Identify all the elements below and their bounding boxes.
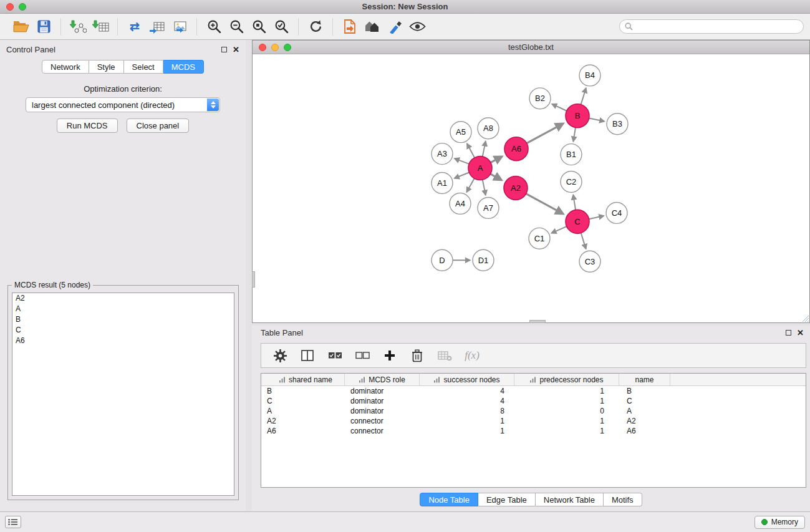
- close-window-button[interactable]: [6, 3, 14, 11]
- graph-node-C4[interactable]: C4: [606, 202, 627, 223]
- tab-network[interactable]: Network: [42, 60, 89, 74]
- graph-node-B[interactable]: B: [566, 104, 589, 128]
- style-brush-button[interactable]: [383, 16, 406, 37]
- graph-edge-A-A7[interactable]: [483, 180, 486, 195]
- graph-edge-B-B1[interactable]: [573, 127, 576, 141]
- table-row[interactable]: Cdominator41C: [261, 396, 806, 406]
- network-canvas[interactable]: B4B2BB3A8A5A6A3B1AC2A1A2A4A7C4CC1DD1C3: [253, 55, 809, 322]
- delete-column-button[interactable]: [408, 347, 426, 364]
- show-columns-button[interactable]: [299, 347, 316, 364]
- column-header-successor-nodes[interactable]: successor nodes: [420, 374, 514, 385]
- network-window-titlebar[interactable]: testGlobe.txt: [253, 41, 809, 54]
- graph-edge-A-A4[interactable]: [466, 178, 474, 192]
- mcds-result-item[interactable]: C: [12, 325, 234, 336]
- zoom-fit-button[interactable]: [248, 16, 270, 37]
- deselect-all-button[interactable]: [354, 347, 371, 364]
- graph-node-A3[interactable]: A3: [432, 143, 453, 165]
- graph-edge-A2-C[interactable]: [526, 194, 563, 214]
- tab-style[interactable]: Style: [89, 60, 124, 74]
- close-panel-icon[interactable]: ✕: [797, 329, 804, 337]
- graph-node-B1[interactable]: B1: [561, 144, 582, 165]
- column-header-shared-name[interactable]: shared name: [261, 374, 345, 385]
- resize-grip-icon[interactable]: [801, 314, 809, 322]
- graph-edge-A-A5[interactable]: [467, 144, 475, 158]
- home-view-button[interactable]: [361, 16, 383, 37]
- add-column-button[interactable]: [381, 347, 398, 364]
- graph-node-A5[interactable]: A5: [450, 122, 471, 143]
- graph-node-D[interactable]: D: [432, 249, 453, 271]
- close-panel-icon[interactable]: ✕: [233, 46, 239, 54]
- search-field[interactable]: [619, 19, 804, 34]
- graph-edge-A-A1[interactable]: [455, 173, 469, 178]
- show-panels-button[interactable]: [5, 516, 21, 528]
- refresh-button[interactable]: [304, 16, 327, 37]
- splitter-handle[interactable]: [529, 320, 546, 323]
- graph-edge-C-C2[interactable]: [573, 195, 576, 210]
- search-input[interactable]: [636, 22, 798, 31]
- select-all-button[interactable]: [326, 347, 344, 364]
- graph-edge-B-B3[interactable]: [589, 118, 604, 122]
- graph-node-B2[interactable]: B2: [529, 88, 551, 109]
- graph-edge-C-C1[interactable]: [552, 226, 567, 233]
- graph-node-C[interactable]: C: [566, 210, 589, 233]
- tab-node-table[interactable]: Node Table: [420, 493, 478, 506]
- open-session-button[interactable]: [10, 16, 32, 37]
- tab-motifs[interactable]: Motifs: [604, 493, 642, 506]
- new-network-button[interactable]: ⇄: [123, 16, 146, 37]
- float-panel-icon[interactable]: [221, 47, 227, 52]
- graph-node-D1[interactable]: D1: [473, 249, 494, 271]
- graph-node-C2[interactable]: C2: [561, 172, 582, 193]
- graph-edge-C-C3[interactable]: [581, 233, 586, 248]
- show-hide-button[interactable]: [406, 16, 428, 37]
- delete-table-button[interactable]: [436, 347, 453, 364]
- zoom-window-button[interactable]: [19, 3, 26, 11]
- graph-node-A1[interactable]: A1: [432, 173, 453, 194]
- graph-node-C1[interactable]: C1: [529, 228, 550, 249]
- graph-node-A4[interactable]: A4: [450, 193, 471, 214]
- mcds-result-list[interactable]: A2ABCA6: [12, 293, 234, 496]
- graph-edge-B-B4[interactable]: [581, 88, 586, 104]
- graph-node-A8[interactable]: A8: [478, 118, 499, 139]
- graph-edge-B-B2[interactable]: [552, 104, 566, 111]
- mcds-result-item[interactable]: B: [12, 314, 234, 325]
- import-table-button[interactable]: [89, 16, 112, 37]
- mcds-result-item[interactable]: A: [12, 304, 234, 314]
- new-table-button[interactable]: [146, 16, 168, 37]
- graph-edge-A6-B[interactable]: [527, 123, 563, 143]
- graph-node-B3[interactable]: B3: [607, 114, 628, 135]
- function-builder-button[interactable]: f(x): [463, 347, 481, 364]
- save-session-button[interactable]: [32, 16, 55, 37]
- zoom-out-button[interactable]: [225, 16, 248, 37]
- graph-node-C3[interactable]: C3: [579, 251, 600, 272]
- tab-mcds[interactable]: MCDS: [163, 60, 204, 74]
- table-row[interactable]: Adominator80A: [261, 406, 806, 416]
- tab-edge-table[interactable]: Edge Table: [478, 493, 536, 506]
- column-header-predecessor-nodes[interactable]: predecessor nodes: [514, 374, 619, 385]
- network-zoom-button[interactable]: [284, 44, 291, 51]
- run-mcds-button[interactable]: Run MCDS: [57, 118, 118, 133]
- table-row[interactable]: A2connector11A2: [261, 416, 806, 426]
- network-minimize-button[interactable]: [271, 44, 279, 51]
- export-image-button[interactable]: [168, 16, 191, 37]
- table-row[interactable]: Bdominator41B: [261, 386, 806, 396]
- graph-node-A6[interactable]: A6: [504, 137, 528, 161]
- graph-node-A2[interactable]: A2: [504, 177, 528, 200]
- apply-layout-button[interactable]: [339, 16, 361, 37]
- network-close-button[interactable]: [259, 44, 266, 51]
- import-network-button[interactable]: [67, 16, 89, 37]
- float-panel-icon[interactable]: [786, 330, 791, 336]
- memory-button[interactable]: Memory: [755, 516, 805, 529]
- column-header-name[interactable]: name: [619, 374, 670, 385]
- tab-network-table[interactable]: Network Table: [536, 493, 604, 506]
- zoom-in-button[interactable]: [203, 16, 225, 37]
- graph-node-B4[interactable]: B4: [579, 65, 600, 86]
- graph-edge-A-A8[interactable]: [483, 142, 486, 157]
- graph-edge-A-A3[interactable]: [455, 158, 469, 164]
- graph-edge-A-A6[interactable]: [491, 157, 502, 163]
- criterion-select[interactable]: largest connected component (directed): [26, 97, 220, 112]
- network-graph-svg[interactable]: B4B2BB3A8A5A6A3B1AC2A1A2A4A7C4CC1DD1C3: [253, 55, 809, 322]
- graph-edge-C-C4[interactable]: [589, 216, 604, 219]
- graph-node-A7[interactable]: A7: [478, 197, 499, 218]
- tab-select[interactable]: Select: [124, 60, 163, 74]
- zoom-selected-button[interactable]: [270, 16, 292, 37]
